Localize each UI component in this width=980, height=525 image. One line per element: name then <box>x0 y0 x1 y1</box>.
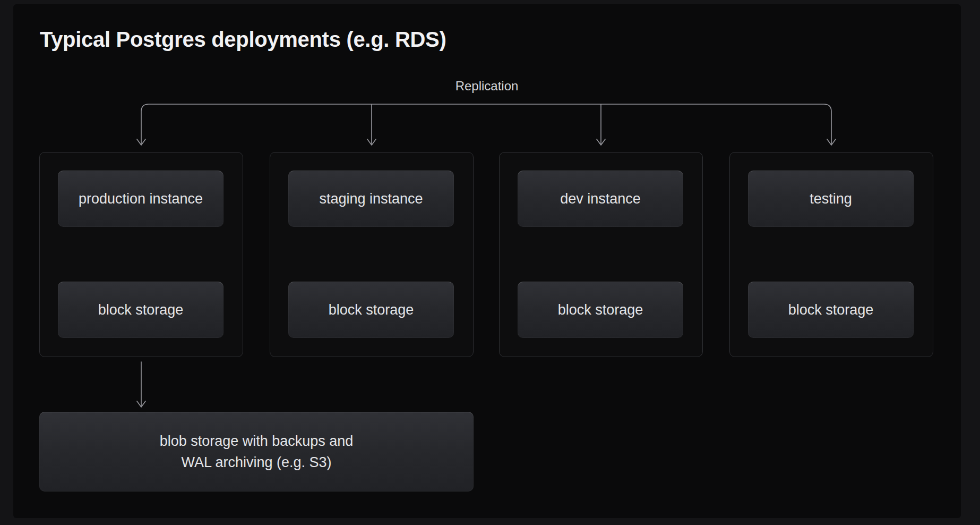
instance-node-label: staging instance <box>319 191 423 207</box>
instance-node-label: production instance <box>79 191 203 207</box>
diagram-canvas: Typical Postgres deployments (e.g. RDS) … <box>0 0 980 525</box>
deployment-column-testing: testing block storage <box>729 152 933 357</box>
deployment-column-production: production instance block storage <box>39 152 243 357</box>
block-storage-node-label: block storage <box>98 302 184 318</box>
instance-node-label: testing <box>810 191 852 207</box>
block-storage-node-label: block storage <box>788 302 874 318</box>
deployment-column-dev: dev instance block storage <box>499 152 703 357</box>
instance-node-label: dev instance <box>560 191 641 207</box>
block-storage-node: block storage <box>58 282 223 338</box>
block-storage-node: block storage <box>518 282 683 338</box>
block-storage-node: block storage <box>288 282 454 338</box>
replication-label: Replication <box>455 79 519 94</box>
instance-node: dev instance <box>518 171 683 227</box>
blob-storage-node: blob storage with backups and WAL archiv… <box>39 412 474 492</box>
page-title: Typical Postgres deployments (e.g. RDS) <box>40 28 446 52</box>
deployment-column-staging: staging instance block storage <box>270 152 474 357</box>
block-storage-node: block storage <box>748 282 914 338</box>
blob-storage-line1: blob storage with backups and <box>160 430 354 452</box>
blob-storage-line2: WAL archiving (e.g. S3) <box>181 452 331 473</box>
instance-node: production instance <box>58 171 223 227</box>
instance-node: testing <box>748 171 914 227</box>
block-storage-node-label: block storage <box>558 302 643 318</box>
instance-node: staging instance <box>288 171 454 227</box>
block-storage-node-label: block storage <box>329 302 414 318</box>
